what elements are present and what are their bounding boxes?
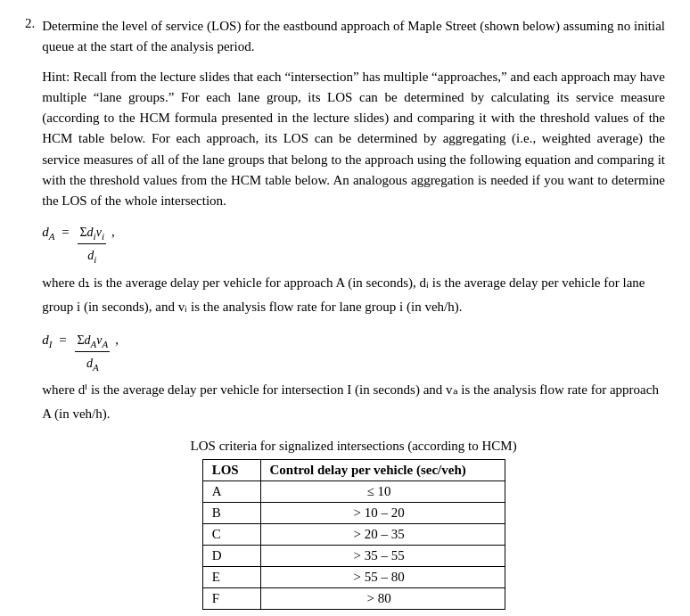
formula1-block: dA = Σdivi di , where d₁ is the average … [42,220,665,318]
table-row: F> 80 [202,588,505,610]
question-number: 2. [25,16,35,616]
formula1-comma: , [111,220,119,244]
formula2-desc: where dᴵ is the average delay per vehicl… [42,378,665,426]
los-cell: A [202,481,260,503]
delay-cell: > 20 – 35 [260,524,505,546]
question-content: Determine the level of service (LOS) for… [42,16,665,616]
delay-cell: > 10 – 20 [260,503,505,524]
formula1-desc: where d₁ is the average delay per vehicl… [42,271,665,319]
formula2-lhs: dI [42,328,52,352]
los-cell: D [202,546,260,567]
formula1-lhs: dA [42,220,54,244]
formula2-line: dI = ΣdAvA dA , where dᴵ is the average … [42,328,665,426]
delay-cell: ≤ 10 [260,481,505,503]
table-row: D> 35 – 55 [202,546,505,567]
col-header-los: LOS [202,460,260,481]
col-header-delay: Control delay per vehicle (sec/veh) [260,460,505,481]
table-row: A≤ 10 [202,481,505,503]
formula2-fraction: ΣdAvA dA [75,329,110,374]
question-block: 2. Determine the level of service (LOS) … [25,16,665,616]
hint-paragraph: Hint: Recall from the lecture slides tha… [42,67,665,212]
los-table-container: LOS criteria for signalized intersection… [42,439,665,610]
delay-cell: > 35 – 55 [260,546,505,567]
table-header-row: LOS Control delay per vehicle (sec/veh) [202,460,505,481]
table-row: B> 10 – 20 [202,503,505,524]
formula2-equals: = [55,328,70,352]
formula2-comma: , [115,328,122,352]
los-cell: C [202,524,260,546]
delay-cell: > 55 – 80 [260,567,505,588]
table-row: E> 55 – 80 [202,567,505,588]
formula2-block: dI = ΣdAvA dA , where dᴵ is the average … [42,328,665,426]
formula1-fraction: Σdivi di [78,221,106,267]
formula1-line: dA = Σdivi di , where d₁ is the average … [42,220,665,318]
delay-cell: > 80 [260,588,505,610]
formula1-equals: = [58,220,72,244]
los-cell: B [202,503,260,524]
los-cell: E [202,567,260,588]
main-paragraph: Determine the level of service (LOS) for… [42,16,665,58]
table-row: C> 20 – 35 [202,524,505,546]
los-cell: F [202,588,260,610]
table-title: LOS criteria for signalized intersection… [191,439,517,454]
los-table: LOS Control delay per vehicle (sec/veh) … [202,459,505,610]
